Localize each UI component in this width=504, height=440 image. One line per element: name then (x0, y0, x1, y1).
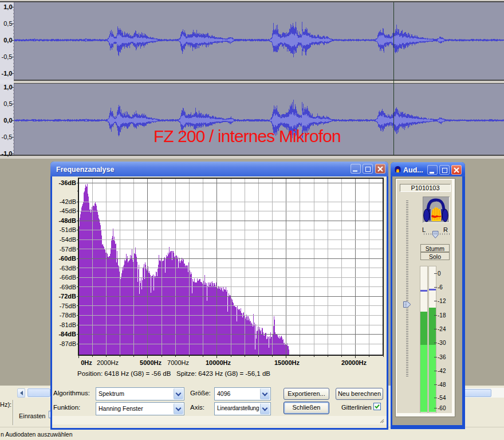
svg-text:0,5: 0,5 (3, 100, 12, 107)
svg-text:-36: -36 (438, 354, 446, 360)
svg-text:-60dB: -60dB (58, 255, 76, 262)
svg-text:-51dB: -51dB (60, 226, 76, 233)
svg-text:7000Hz: 7000Hz (167, 359, 189, 366)
svg-text:-63dB: -63dB (60, 265, 76, 272)
svg-text:-66dB: -66dB (60, 274, 76, 281)
svg-text:0,0: 0,0 (3, 117, 12, 124)
svg-text:-24: -24 (438, 326, 446, 332)
svg-text:-45dB: -45dB (60, 207, 76, 214)
svg-text:-81dB: -81dB (60, 321, 76, 328)
svg-text:-69dB: -69dB (60, 284, 76, 290)
svg-text:-1,0: -1,0 (2, 70, 13, 77)
svg-text:15000Hz: 15000Hz (274, 359, 300, 366)
svg-text:20000Hz: 20000Hz (341, 359, 367, 366)
svg-text:5000Hz: 5000Hz (140, 359, 162, 366)
svg-text:-12: -12 (438, 298, 446, 304)
svg-text:-60: -60 (438, 405, 446, 411)
svg-text:-0,5: -0,5 (2, 133, 13, 140)
svg-text:-54dB: -54dB (60, 236, 76, 243)
svg-text:1,0: 1,0 (3, 84, 12, 91)
svg-text:-0,5: -0,5 (2, 53, 13, 60)
svg-text:2000Hz: 2000Hz (97, 359, 119, 366)
svg-text:-75dB: -75dB (60, 302, 76, 309)
svg-text:-42dB: -42dB (60, 198, 76, 205)
svg-text:-84dB: -84dB (58, 331, 76, 337)
svg-text:-18: -18 (438, 312, 446, 319)
svg-text:-54: -54 (438, 395, 446, 401)
svg-text:-72dB: -72dB (58, 293, 76, 300)
svg-text:-87dB: -87dB (60, 340, 76, 347)
svg-text:-48dB: -48dB (58, 217, 76, 224)
svg-text:-48: -48 (438, 382, 446, 388)
svg-text:-42: -42 (438, 368, 446, 374)
svg-text:-6: -6 (438, 284, 443, 290)
svg-text:0,0: 0,0 (3, 37, 12, 44)
svg-text:10000Hz: 10000Hz (206, 359, 231, 366)
svg-text:-1,0: -1,0 (2, 150, 13, 157)
svg-text:1,0: 1,0 (3, 3, 12, 10)
svg-text:-36dB: -36dB (58, 179, 76, 186)
svg-text:0,5: 0,5 (3, 20, 12, 27)
svg-text:0Hz: 0Hz (81, 359, 92, 366)
svg-text:0: 0 (438, 270, 441, 277)
svg-text:-30: -30 (438, 340, 446, 346)
svg-text:-57dB: -57dB (60, 246, 76, 253)
svg-text:-78dB: -78dB (60, 312, 76, 319)
